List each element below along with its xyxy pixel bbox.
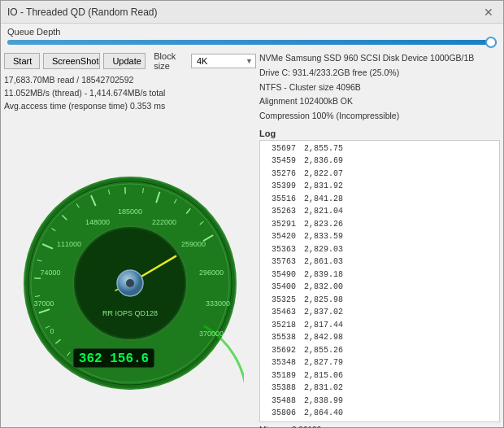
block-size-label: Block size: [154, 51, 188, 71]
log-mb: 2,815.06: [302, 369, 343, 382]
main-window: IO - Threaded QD (Random Read) ✕ Queue D…: [0, 0, 504, 428]
log-iops: 35276: [263, 168, 296, 181]
log-min-acc: Min acc. 0.06106ms: [259, 424, 500, 428]
close-button[interactable]: ✕: [480, 4, 497, 20]
screenshot-button[interactable]: ScreenShot: [43, 53, 100, 69]
log-iops: 35348: [263, 356, 296, 369]
drive-info-line3: NTFS - Cluster size 4096B: [259, 81, 500, 94]
svg-text:0: 0: [50, 327, 54, 335]
log-mb: 2,836.69: [302, 155, 343, 168]
content-area: Start ScreenShot Update Block size 4K 8K…: [1, 48, 503, 428]
log-iops: 35459: [263, 155, 296, 168]
gauge-svg: 0 37000 74000 111000 148000 185000 22200…: [16, 169, 244, 397]
log-row: 354202,833.59: [263, 230, 496, 243]
log-row: 353252,825.98: [263, 294, 496, 307]
svg-text:RR IOPS QD128: RR IOPS QD128: [102, 309, 158, 317]
log-mb: 2,841.28: [302, 193, 343, 206]
queue-depth-section: Queue Depth: [1, 24, 503, 48]
log-mb: 2,827.79: [302, 356, 343, 369]
drive-info-line5: Compression 100% (Incompressible): [259, 109, 500, 123]
right-panel: NVMe Samsung SSD 960 SCSI Disk Device 10…: [259, 51, 500, 428]
drive-info-line1: NVMe Samsung SSD 960 SCSI Disk Device 10…: [259, 51, 500, 65]
log-mb: 2,839.18: [302, 269, 343, 282]
svg-text:370000: 370000: [199, 330, 224, 338]
log-row: 352912,823.26: [263, 218, 496, 231]
log-mb: 2,832.00: [302, 281, 343, 294]
left-panel: Start ScreenShot Update Block size 4K 8K…: [4, 51, 256, 428]
log-row: 352762,822.07: [263, 168, 496, 181]
log-footer: Min acc. 0.06106ms Max acc. 1.26876ms: [259, 424, 500, 428]
gauge-container: 0 37000 74000 111000 148000 185000 22200…: [4, 116, 256, 428]
svg-text:111000: 111000: [57, 240, 81, 248]
queue-depth-label: Queue Depth: [7, 27, 497, 37]
log-container[interactable]: 356972,855.75354592,836.69352762,822.073…: [259, 140, 500, 422]
svg-text:37000: 37000: [33, 299, 54, 308]
log-row: 356922,855.26: [263, 344, 496, 357]
log-row: 357632,861.03: [263, 255, 496, 269]
log-row: 354632,837.02: [263, 306, 496, 319]
log-mb: 2,831.02: [302, 382, 343, 395]
log-iops: 35516: [263, 193, 296, 206]
log-iops: 35763: [263, 255, 296, 269]
log-mb: 2,823.26: [302, 218, 343, 231]
log-iops: 35218: [263, 319, 296, 332]
log-iops: 35463: [263, 306, 296, 319]
log-row: 358062,864.40: [263, 407, 496, 420]
svg-text:296000: 296000: [199, 269, 224, 277]
log-row: 351892,815.06: [263, 369, 496, 382]
log-iops: 35420: [263, 230, 296, 243]
log-iops: 35488: [263, 395, 296, 408]
svg-text:148000: 148000: [85, 218, 110, 226]
log-row: 355162,841.28: [263, 193, 496, 206]
drive-info-line2: Drive C: 931.4/233.2GB free (25.0%): [259, 66, 500, 80]
log-row: 354882,838.99: [263, 395, 496, 408]
log-iops: 35697: [263, 142, 296, 155]
log-row: 354902,839.18: [263, 269, 496, 282]
stats-line1: 17,683.70MB read / 18542702592: [4, 74, 256, 87]
log-row: 356972,855.75: [263, 142, 496, 155]
block-size-container: 4K 8K 16K 32K 64K 128K ▼: [191, 54, 256, 68]
log-row: 354002,832.00: [263, 281, 496, 294]
update-button[interactable]: Update: [103, 53, 146, 69]
log-row: 353992,831.92: [263, 180, 496, 193]
slider-fill: [7, 40, 497, 45]
start-button[interactable]: Start: [4, 53, 40, 69]
stats-line2: 11.052MB/s (thread) - 1,414.674MB/s tota…: [4, 87, 256, 100]
drive-info-line4: Alignment 102400kB OK: [259, 94, 500, 108]
log-mb: 2,821.04: [302, 205, 343, 218]
log-mb: 2,825.98: [302, 294, 343, 307]
title-bar: IO - Threaded QD (Random Read) ✕: [1, 1, 503, 24]
log-iops: 35363: [263, 243, 296, 256]
log-mb: 2,817.44: [302, 319, 343, 332]
toolbar: Start ScreenShot Update Block size 4K 8K…: [4, 51, 256, 71]
block-size-select[interactable]: 4K 8K 16K 32K 64K 128K: [191, 54, 256, 68]
slider-track: [7, 40, 497, 45]
log-iops: 35692: [263, 344, 296, 357]
log-mb: 2,822.07: [302, 168, 343, 181]
log-mb: 2,861.03: [302, 255, 343, 269]
stats-section: 17,683.70MB read / 18542702592 11.052MB/…: [4, 74, 256, 112]
log-iops: 35806: [263, 407, 296, 420]
svg-text:222000: 222000: [152, 218, 176, 226]
log-mb: 2,855.26: [302, 344, 343, 357]
svg-text:185000: 185000: [118, 207, 142, 216]
stats-line3: Avg.access time (response time) 0.353 ms: [4, 100, 256, 113]
svg-point-41: [126, 279, 134, 287]
log-iops: 35189: [263, 369, 296, 382]
slider-thumb: [485, 37, 497, 48]
log-label: Log: [259, 129, 500, 138]
log-iops: 35291: [263, 218, 296, 231]
log-mb: 2,837.02: [302, 306, 343, 319]
log-iops: 35388: [263, 382, 296, 395]
log-mb: 2,855.75: [302, 142, 343, 155]
log-row: 353632,829.03: [263, 243, 496, 256]
queue-depth-slider[interactable]: [7, 38, 497, 46]
log-mb: 2,831.92: [302, 180, 343, 193]
log-row: 353482,827.79: [263, 356, 496, 369]
log-row: 353882,831.02: [263, 382, 496, 395]
svg-text:362 156.6: 362 156.6: [79, 352, 149, 366]
log-row: 355382,842.98: [263, 331, 496, 344]
log-iops: 35325: [263, 294, 296, 307]
log-iops: 35538: [263, 331, 296, 344]
svg-text:259000: 259000: [181, 240, 206, 248]
